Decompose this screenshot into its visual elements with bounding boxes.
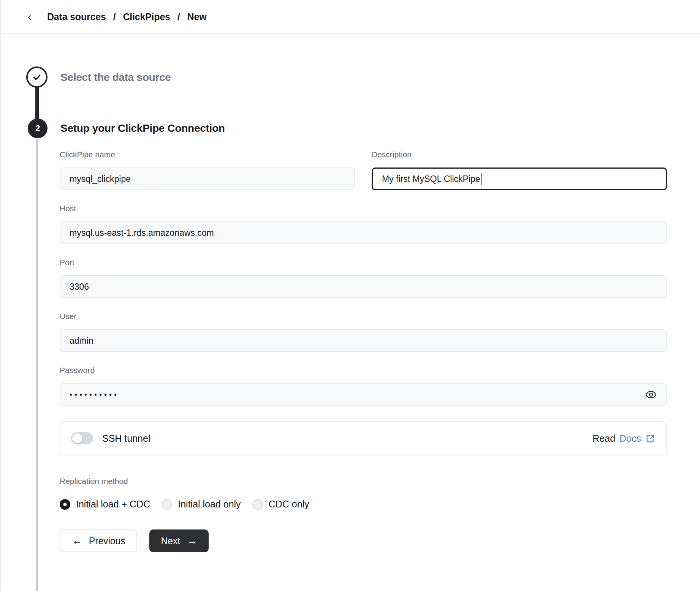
wizard-actions: ← Previous Next →	[60, 529, 667, 552]
ssh-tunnel-label: SSH tunnel	[102, 433, 150, 444]
connection-form: ClickPipe name Description My first MySQ…	[60, 150, 667, 552]
external-link-icon[interactable]	[645, 433, 656, 444]
breadcrumb: Data sources / ClickPipes / New	[47, 11, 206, 22]
next-button-label: Next	[161, 536, 180, 547]
show-password-button[interactable]	[643, 386, 659, 403]
back-chevron-icon[interactable]: ‹	[23, 10, 36, 24]
radio-initial-load-cdc[interactable]: Initial load + CDC	[60, 499, 150, 510]
replication-method-options: Initial load + CDC Initial load only CDC…	[60, 499, 667, 510]
clickpipe-name-input[interactable]	[60, 168, 355, 190]
text-cursor	[481, 173, 482, 185]
docs-link[interactable]: Docs	[619, 433, 641, 444]
radio-unselected-icon	[252, 499, 263, 510]
step-connector-complete	[35, 87, 39, 120]
radio-label: Initial load + CDC	[76, 499, 150, 510]
description-label: Description	[372, 150, 667, 159]
breadcrumb-separator: /	[177, 11, 180, 22]
check-icon	[32, 72, 42, 82]
next-button[interactable]: Next →	[149, 529, 208, 552]
breadcrumb-clickpipes[interactable]: ClickPipes	[123, 11, 170, 22]
radio-cdc-only[interactable]: CDC only	[252, 499, 309, 510]
ssh-tunnel-toggle[interactable]	[71, 432, 93, 444]
description-input[interactable]: My first MySQL ClickPipe	[372, 168, 667, 190]
user-label: User	[60, 312, 667, 321]
breadcrumb-data-sources[interactable]: Data sources	[47, 11, 106, 22]
password-input[interactable]	[60, 383, 667, 406]
breadcrumb-separator: /	[113, 11, 116, 22]
radio-label: CDC only	[269, 499, 309, 510]
host-label: Host	[60, 204, 667, 213]
header: ‹ Data sources / ClickPipes / New	[1, 0, 700, 34]
read-docs-prefix: Read	[592, 433, 615, 444]
description-field-group: Description My first MySQL ClickPipe	[372, 150, 667, 190]
description-value: My first MySQL ClickPipe	[382, 174, 480, 184]
breadcrumb-new[interactable]: New	[187, 11, 207, 22]
step2-current-indicator: 2	[28, 119, 48, 138]
ssh-tunnel-card: SSH tunnel Read Docs	[60, 421, 667, 455]
port-input[interactable]	[60, 275, 667, 298]
radio-unselected-icon	[162, 499, 172, 510]
previous-button[interactable]: ← Previous	[60, 529, 137, 552]
user-field-group: User	[60, 312, 667, 352]
previous-button-label: Previous	[89, 536, 125, 547]
step1-complete-indicator	[26, 66, 48, 88]
password-label: Password	[60, 366, 667, 375]
replication-method-label: Replication method	[60, 477, 667, 486]
read-docs: Read Docs	[592, 433, 656, 444]
radio-selected-icon	[60, 499, 70, 510]
clickpipe-name-label: ClickPipe name	[60, 150, 355, 159]
port-label: Port	[60, 258, 667, 267]
radio-label: Initial load only	[178, 499, 241, 510]
clickpipe-name-field-group: ClickPipe name	[60, 150, 355, 190]
left-arrow-icon: ←	[72, 536, 82, 546]
clickpipe-setup-page: ‹ Data sources / ClickPipes / New 2 Sele…	[0, 0, 700, 591]
host-field-group: Host	[60, 204, 667, 244]
step-connector-pending	[36, 139, 38, 591]
step2-title: Setup your ClickPipe Connection	[60, 122, 225, 134]
password-field-group: Password	[60, 366, 667, 406]
step1-title: Select the data source	[60, 71, 171, 84]
toggle-knob	[72, 433, 82, 443]
eye-icon	[645, 389, 657, 401]
host-input[interactable]	[60, 221, 667, 244]
right-arrow-icon: →	[187, 536, 197, 546]
port-field-group: Port	[60, 258, 667, 298]
radio-initial-load-only[interactable]: Initial load only	[162, 499, 241, 510]
user-input[interactable]	[60, 329, 667, 352]
